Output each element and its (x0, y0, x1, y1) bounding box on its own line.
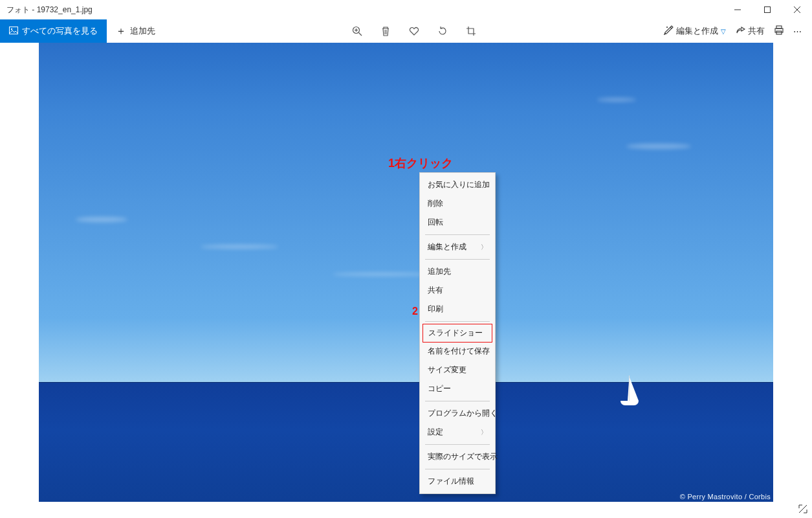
menu-item-resize[interactable]: サイズ変更 (420, 361, 495, 379)
cloud (201, 245, 278, 249)
menu-item-save-as[interactable]: 名前を付けて保存 (420, 342, 495, 361)
window-controls (723, 0, 812, 19)
favorite-icon[interactable] (408, 25, 420, 37)
see-all-photos-button[interactable]: すべての写真を見る (0, 19, 107, 43)
plus-icon: ＋ (116, 26, 126, 36)
image-credit: © Perry Mastrovito / Corbis (680, 493, 771, 501)
menu-item-print[interactable]: 印刷 (420, 300, 495, 319)
image-viewport[interactable]: © Perry Mastrovito / Corbis (39, 43, 773, 502)
menu-item-file-info[interactable]: ファイル情報 (420, 472, 495, 491)
chevron-right-icon: 〉 (481, 428, 487, 437)
add-to-button[interactable]: ＋ 追加先 (107, 19, 164, 43)
menu-item-slideshow[interactable]: スライドショー (423, 324, 492, 342)
menu-item-copy[interactable]: コピー (420, 379, 495, 398)
minimize-button[interactable] (723, 0, 752, 19)
menu-item-edit-create[interactable]: 編集と作成〉 (420, 238, 495, 256)
svg-rect-12 (776, 26, 782, 28)
delete-icon[interactable] (380, 25, 391, 37)
rotate-icon[interactable] (437, 25, 448, 37)
print-icon (774, 25, 784, 38)
image-icon (9, 26, 18, 37)
toolbar-center (164, 19, 663, 43)
titlebar: フォト - 19732_en_1.jpg (0, 0, 812, 19)
maximize-button[interactable] (752, 0, 782, 19)
sailboat (618, 374, 641, 405)
menu-item-rotate[interactable]: 回転 (420, 213, 495, 232)
menu-item-open-with[interactable]: プログラムから開く (420, 404, 495, 423)
cloud (597, 98, 636, 102)
menu-item-actual-size[interactable]: 実際のサイズで表示 (420, 447, 495, 466)
menu-item-share[interactable]: 共有 (420, 281, 495, 300)
svg-line-7 (358, 33, 362, 36)
print-button[interactable] (774, 25, 784, 38)
more-button[interactable]: ⋯ (793, 27, 802, 36)
resize-grip[interactable] (798, 504, 808, 514)
zoom-icon[interactable] (351, 25, 363, 37)
toolbar: すべての写真を見る ＋ 追加先 編集と作成 ▽ (0, 19, 812, 43)
menu-item-add-to[interactable]: 追加先 (420, 262, 495, 281)
more-icon: ⋯ (793, 27, 802, 36)
svg-rect-4 (10, 27, 18, 34)
edit-create-button[interactable]: 編集と作成 ▽ (663, 25, 726, 38)
menu-item-settings[interactable]: 設定〉 (420, 423, 495, 442)
share-label: 共有 (748, 25, 765, 37)
edit-create-label: 編集と作成 (676, 25, 718, 37)
cloud (333, 273, 430, 276)
menu-item-delete[interactable]: 削除 (420, 194, 495, 213)
edit-icon (663, 25, 674, 38)
cloud (626, 144, 691, 149)
chevron-right-icon: 〉 (481, 243, 487, 252)
see-all-photos-label: すべての写真を見る (22, 25, 98, 37)
share-button[interactable]: 共有 (735, 25, 765, 38)
crop-icon[interactable] (465, 25, 477, 37)
annotation-2: 2 (412, 306, 418, 317)
toolbar-right: 編集と作成 ▽ 共有 ⋯ (663, 19, 812, 43)
image-sea (39, 383, 773, 502)
window-title: フォト - 19732_en_1.jpg (6, 5, 93, 16)
svg-rect-1 (765, 7, 771, 13)
share-icon (735, 25, 745, 38)
svg-point-5 (11, 28, 12, 29)
menu-item-slideshow-highlight: スライドショー (422, 324, 492, 343)
toolbar-left: すべての写真を見る ＋ 追加先 (0, 19, 164, 43)
chevron-down-icon: ▽ (721, 28, 726, 35)
close-button[interactable] (782, 0, 812, 19)
annotation-1: 1右クリック (388, 155, 453, 171)
context-menu: お気に入りに追加 削除 回転 編集と作成〉 追加先 共有 印刷 スライドショー … (419, 172, 496, 494)
add-to-label: 追加先 (130, 25, 155, 37)
menu-item-add-favorite[interactable]: お気に入りに追加 (420, 175, 495, 194)
